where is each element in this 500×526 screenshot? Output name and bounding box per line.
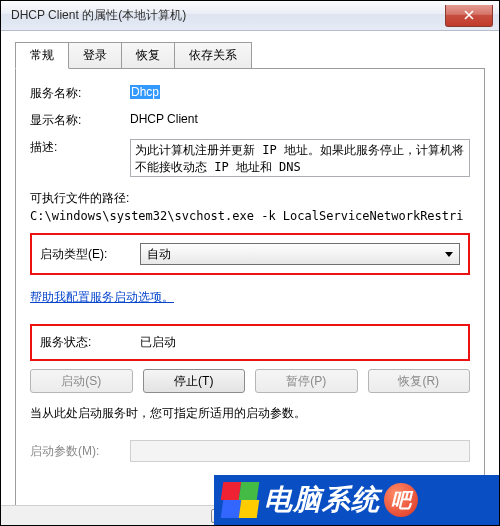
service-name-label: 服务名称: — [30, 85, 130, 102]
watermark-badge: 吧 — [384, 483, 418, 517]
row-service-name: 服务名称: Dhcp — [30, 85, 470, 102]
chevron-down-icon — [445, 252, 453, 257]
tab-strip: 常规 登录 恢复 依存关系 — [15, 41, 485, 68]
start-params-label: 启动参数(M): — [30, 443, 130, 460]
service-control-buttons: 启动(S) 停止(T) 暂停(P) 恢复(R) — [30, 369, 470, 393]
description-textarea[interactable] — [130, 139, 470, 177]
dialog-body: 常规 登录 恢复 依存关系 服务名称: Dhcp 显示名称: DHCP Clie… — [1, 31, 499, 508]
display-name-value: DHCP Client — [130, 112, 470, 126]
tab-panel-general: 服务名称: Dhcp 显示名称: DHCP Client 描述: 可执行文件的路… — [15, 68, 485, 508]
window-title: DHCP Client 的属性(本地计算机) — [11, 7, 186, 24]
startup-type-label: 启动类型(E): — [40, 246, 140, 263]
row-service-status: 服务状态: 已启动 — [40, 334, 460, 351]
exe-path-block: 可执行文件的路径: C:\windows\system32\svchost.ex… — [30, 190, 470, 223]
service-status-value: 已启动 — [140, 334, 460, 351]
startup-type-value: 自动 — [147, 246, 171, 263]
highlight-service-status: 服务状态: 已启动 — [30, 324, 470, 361]
service-status-label: 服务状态: — [40, 334, 140, 351]
row-display-name: 显示名称: DHCP Client — [30, 112, 470, 129]
start-button: 启动(S) — [30, 369, 133, 393]
exe-path-label: 可执行文件的路径: — [30, 190, 470, 207]
tab-recovery[interactable]: 恢复 — [122, 42, 175, 69]
watermark: 电脑系统 吧 — [214, 475, 499, 525]
start-params-input — [130, 440, 470, 462]
row-start-params: 启动参数(M): — [30, 440, 470, 462]
start-params-note: 当从此处启动服务时，您可指定所适用的启动参数。 — [30, 405, 470, 422]
description-label: 描述: — [30, 139, 130, 156]
tab-dependencies[interactable]: 依存关系 — [175, 42, 252, 69]
help-link[interactable]: 帮助我配置服务启动选项。 — [30, 289, 174, 306]
startup-type-combobox[interactable]: 自动 — [140, 243, 460, 265]
highlight-startup-type: 启动类型(E): 自动 — [30, 233, 470, 275]
pause-button: 暂停(P) — [255, 369, 358, 393]
description-value-wrap — [130, 139, 470, 180]
windows-logo-icon — [222, 482, 258, 518]
close-icon — [464, 10, 474, 20]
tab-general[interactable]: 常规 — [15, 42, 69, 69]
close-button[interactable] — [445, 5, 493, 27]
row-description: 描述: — [30, 139, 470, 180]
watermark-text: 电脑系统 — [264, 481, 380, 519]
exe-path-value: C:\windows\system32\svchost.exe -k Local… — [30, 209, 470, 223]
service-name-selected[interactable]: Dhcp — [130, 85, 160, 99]
resume-button: 恢复(R) — [368, 369, 471, 393]
row-startup-type: 启动类型(E): 自动 — [40, 243, 460, 265]
display-name-label: 显示名称: — [30, 112, 130, 129]
title-bar: DHCP Client 的属性(本地计算机) — [1, 1, 499, 31]
tab-logon[interactable]: 登录 — [69, 42, 122, 69]
service-name-value: Dhcp — [130, 85, 470, 99]
stop-button[interactable]: 停止(T) — [143, 369, 246, 393]
